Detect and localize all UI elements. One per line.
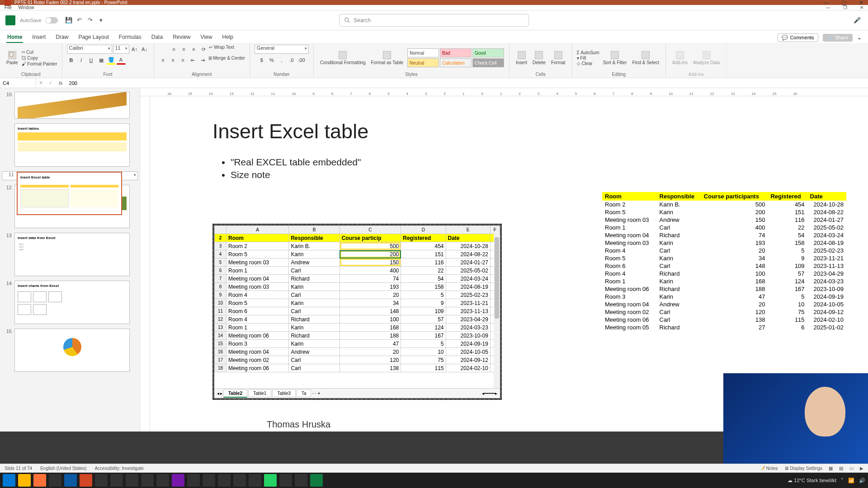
- sheet-tab-table1[interactable]: Table1: [248, 389, 271, 397]
- font-select[interactable]: Calibri: [67, 45, 112, 54]
- paste-button[interactable]: 📋Paste: [5, 51, 20, 65]
- inc-dec-icon[interactable]: .0: [287, 56, 296, 65]
- tray-network-icon[interactable]: 📶: [848, 478, 854, 483]
- fontcolor-button[interactable]: A: [117, 56, 126, 65]
- thumbnail-15[interactable]: 15: [2, 328, 138, 372]
- formula-value[interactable]: 200: [66, 80, 80, 86]
- status-lang[interactable]: English (United States): [40, 466, 86, 471]
- format-cells-button[interactable]: Format: [549, 51, 567, 65]
- table-row[interactable]: 5Meeting room 03Andrew1501162024-01-27: [215, 258, 500, 267]
- tab-view[interactable]: View: [200, 32, 213, 43]
- align-mid-icon[interactable]: ≡: [179, 45, 188, 54]
- tb-app3-icon[interactable]: [126, 474, 138, 487]
- thumbnail-pane[interactable]: 10 Insert tables 11Insert Excel table 12…: [0, 88, 140, 432]
- table-row[interactable]: 7Meeting room 04Richard74542024-03-24: [215, 275, 500, 283]
- tb-app12-icon[interactable]: [295, 474, 307, 487]
- status-accessibility[interactable]: Accessibility: Investigate: [94, 466, 143, 471]
- cancel-fx-icon[interactable]: ✕: [36, 80, 46, 86]
- style-neutral[interactable]: Neutral: [407, 58, 439, 67]
- tb-edge-icon[interactable]: [64, 474, 77, 487]
- addins-button[interactable]: Add-ins: [670, 51, 689, 65]
- shrink-font-icon[interactable]: A↓: [140, 45, 149, 54]
- table-row[interactable]: 11Room 6Carl1481092023-11-13: [215, 307, 500, 315]
- view-normal-icon[interactable]: ▦: [829, 466, 833, 471]
- sheet-tab-table3[interactable]: Table3: [272, 389, 295, 397]
- style-calc[interactable]: Calculation: [440, 58, 472, 67]
- insert-cells-button[interactable]: Insert: [514, 51, 529, 65]
- display-settings-button[interactable]: 🖥 Display Settings: [784, 466, 822, 471]
- tab-pagelayout[interactable]: Page Layout: [77, 32, 109, 43]
- tab-home[interactable]: Home: [6, 32, 23, 43]
- tb-app5-icon[interactable]: [156, 474, 169, 487]
- notes-button[interactable]: 📝 Notes: [760, 466, 778, 471]
- underline-button[interactable]: U: [87, 56, 96, 65]
- share-button[interactable]: 🔗 Share: [823, 34, 853, 42]
- table-row[interactable]: 12Room 4Richard100572023-04-29: [215, 315, 500, 324]
- qat-more-icon[interactable]: ▾: [98, 17, 105, 24]
- tb-app9-icon[interactable]: [233, 474, 246, 487]
- tb-app7-icon[interactable]: [203, 474, 215, 487]
- style-bad[interactable]: Bad: [440, 48, 472, 57]
- table-row[interactable]: 13Room 1Karin1681242024-03-23: [215, 324, 500, 332]
- analyze-button[interactable]: Analyze Data: [691, 51, 722, 65]
- tray-sound-icon[interactable]: 🔊: [859, 478, 865, 483]
- ppt-restore-icon[interactable]: ❐: [843, 5, 847, 10]
- menu-file[interactable]: File: [5, 5, 12, 10]
- table-row[interactable]: 9Room 4Carl2052025-02-23: [215, 291, 500, 299]
- grow-font-icon[interactable]: A↑: [130, 45, 139, 54]
- view-slideshow-icon[interactable]: ▶: [860, 466, 863, 471]
- ppt-minimize-icon[interactable]: —: [826, 5, 830, 10]
- bold-button[interactable]: B: [67, 56, 76, 65]
- clear-button[interactable]: ◇ Clear: [577, 61, 599, 66]
- sheet-add-icon[interactable]: +: [317, 391, 320, 396]
- tb-app4-icon[interactable]: [141, 474, 154, 487]
- italic-button[interactable]: I: [77, 56, 86, 65]
- tb-app8-icon[interactable]: [218, 474, 231, 487]
- tb-app2-icon[interactable]: [110, 474, 123, 487]
- autosave-toggle[interactable]: [45, 17, 58, 23]
- align-left-icon[interactable]: ≡: [159, 56, 168, 65]
- name-box[interactable]: C4: [0, 78, 36, 88]
- table-row[interactable]: 18Meeting room 06Carl1381152024-02-10: [215, 364, 500, 372]
- thumbnail-13[interactable]: 13Insert data from Excel· text· text· te…: [2, 233, 138, 276]
- tb-app6-icon[interactable]: [187, 474, 200, 487]
- tb-firefox-icon[interactable]: [33, 474, 46, 487]
- table-row[interactable]: 14Meeting room 06Richard1881672023-10-09: [215, 332, 500, 340]
- style-check[interactable]: Check Cell: [472, 58, 504, 67]
- autosum-button[interactable]: Σ AutoSum: [577, 50, 599, 55]
- percent-icon[interactable]: %: [267, 56, 276, 65]
- embed-scrollbar[interactable]: [494, 233, 500, 388]
- table-row[interactable]: 3Room 2Karin B.5004542024-10-28: [215, 242, 500, 250]
- search-input[interactable]: Search: [339, 14, 529, 27]
- align-right-icon[interactable]: ≡: [179, 56, 188, 65]
- tab-draw[interactable]: Draw: [55, 32, 69, 43]
- indent-inc-icon[interactable]: ⇥: [198, 56, 208, 65]
- tb-excel-icon[interactable]: [310, 474, 323, 487]
- tab-formulas[interactable]: Formulas: [118, 32, 142, 43]
- format-table-button[interactable]: Format as Table: [369, 51, 405, 65]
- start-button[interactable]: [3, 474, 15, 487]
- format-painter-button[interactable]: 🖌 Format Painter: [22, 61, 57, 66]
- confirm-fx-icon[interactable]: ✓: [46, 80, 55, 86]
- style-normal[interactable]: Normal: [407, 48, 439, 57]
- tb-whatsapp-icon[interactable]: [264, 474, 277, 487]
- tb-onenote-icon[interactable]: [172, 474, 184, 487]
- indent-dec-icon[interactable]: ⇤: [189, 56, 198, 65]
- view-sorter-icon[interactable]: ▤: [839, 466, 843, 471]
- sheet-tab-table2[interactable]: Table2: [223, 389, 247, 398]
- copy-button[interactable]: ⿻ Copy: [22, 56, 57, 61]
- tb-explorer-icon[interactable]: [18, 474, 31, 487]
- wrap-text-button[interactable]: ↩ Wrap Text: [209, 45, 234, 54]
- align-center-icon[interactable]: ≡: [169, 56, 178, 65]
- tb-app1-icon[interactable]: [95, 474, 108, 487]
- border-button[interactable]: ▦: [97, 56, 106, 65]
- delete-cells-button[interactable]: Delete: [531, 51, 547, 65]
- thumbnail-14[interactable]: 14Insert charts from Excel: [2, 281, 138, 324]
- excel-embed-object[interactable]: ABCDEF 2RoomResponsibleCourse participRe…: [212, 224, 502, 400]
- view-reading-icon[interactable]: ▭: [849, 466, 854, 471]
- table-row[interactable]: 10Room 5Karin3492023-11-21: [215, 299, 500, 307]
- sort-filter-button[interactable]: Sort & Filter: [601, 51, 629, 65]
- dec-dec-icon[interactable]: .00: [297, 56, 306, 65]
- tray-chevron-icon[interactable]: ˄: [841, 478, 844, 483]
- mic-icon[interactable]: 🎤: [854, 17, 861, 24]
